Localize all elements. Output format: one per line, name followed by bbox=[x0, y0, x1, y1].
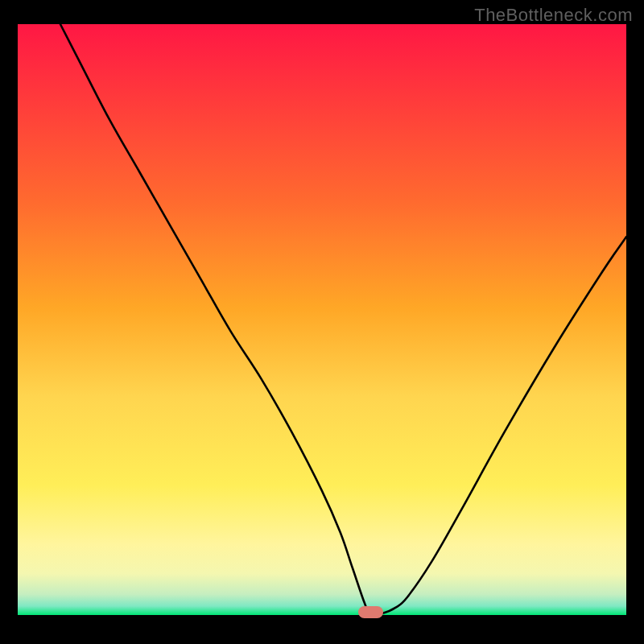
curve-layer bbox=[18, 24, 626, 615]
bottleneck-curve bbox=[60, 24, 626, 615]
watermark-text: TheBottleneck.com bbox=[474, 5, 633, 26]
chart-frame: TheBottleneck.com bbox=[0, 0, 644, 644]
optimal-marker bbox=[358, 606, 384, 618]
